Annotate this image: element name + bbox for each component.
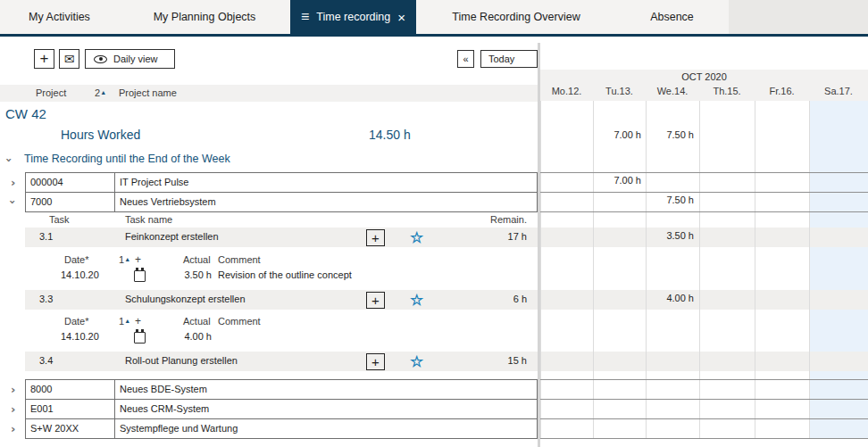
comment-column-header[interactable]: Comment [218,316,261,327]
add-booking-button[interactable]: + [366,229,385,246]
tab-label: Time Recording Overview [452,11,580,23]
section-collapse-chevron[interactable]: › [4,158,15,162]
tab-absence[interactable]: Absence [616,0,728,34]
task-3-3-we-value[interactable]: 4.00 h [647,293,694,303]
tab-my-activities[interactable]: My Activities [0,0,119,34]
tab-strip: My Activities My Planning Objects ≡ Time… [0,0,729,34]
grid-line [540,418,868,419]
entry-date[interactable]: 14.10.20 [61,269,99,280]
day-header-we[interactable]: We.14. [646,86,699,96]
actual-column-header[interactable]: Actual [183,254,211,265]
project-name: IT Project Pulse [115,173,537,192]
entry-sort-indicator[interactable]: 1▲ [119,316,130,327]
entry-comment[interactable]: Revision of the outline concept [218,269,352,280]
section-header[interactable]: Time Recording until the End of the Week [24,153,230,165]
close-icon[interactable]: × [397,11,405,24]
entry-actual[interactable]: 3.50 h [156,269,212,280]
sort-asc-icon: ▲ [124,256,130,262]
menu-icon[interactable]: ≡ [301,10,309,24]
comment-column-header[interactable]: Comment [218,254,261,265]
calendar-icon[interactable] [134,332,146,344]
day-header-th[interactable]: Th.15. [699,86,755,96]
expand-chevron[interactable]: › [11,423,15,435]
tab-my-planning-objects[interactable]: My Planning Objects [119,0,290,34]
project-row-7000[interactable]: 7000 Neues Vertriebsystem [25,192,538,212]
task-3-1-we-value[interactable]: 3.50 h [647,230,694,241]
project-row-e001[interactable]: E001 Neues CRM-System [25,399,538,419]
project-name-column-header[interactable]: Project name [119,87,177,98]
hours-worked-tu-value[interactable]: 7.00 h [595,129,641,140]
project-row-000004[interactable]: 000004 IT Project Pulse [25,172,538,193]
today-button[interactable]: Today [480,50,538,68]
favorite-star-icon[interactable]: ☆ [410,293,423,308]
tab-time-recording-overview[interactable]: Time Recording Overview [416,0,616,34]
entry-sort-indicator[interactable]: 1▲ [119,254,130,265]
grid-line [755,101,755,439]
grid-line [540,192,868,193]
month-label: OCT 2020 [540,71,868,82]
day-header-tu[interactable]: Tu.13. [593,86,646,96]
favorite-star-icon[interactable]: ☆ [410,230,423,245]
tabbar-accent-line [0,34,868,37]
hours-worked-total: 14.50 h [369,128,411,142]
project-name: Neues BDE-System [115,380,537,399]
date-column-header[interactable]: Date* [64,254,89,265]
tab-bar: My Activities My Planning Objects ≡ Time… [0,0,868,37]
favorite-star-icon[interactable]: ☆ [410,354,423,369]
grid-line [540,399,868,400]
day-header-fr[interactable]: Fr.16. [755,86,809,96]
remain-column-header[interactable]: Remain. [429,214,527,225]
tab-time-recording[interactable]: ≡ Time recording × [290,0,416,34]
project-row-sw20xx[interactable]: S+W 20XX Systempflege und Wartung [25,418,538,439]
add-button[interactable]: + [34,49,54,69]
pane-splitter[interactable] [538,43,540,447]
grid-line [540,211,868,212]
hours-worked-label: Hours Worked [61,128,140,142]
entry-date[interactable]: 14.10.20 [61,331,99,342]
previous-week-button[interactable]: « [457,50,474,68]
collapse-chevron[interactable]: › [7,200,19,204]
project-row-8000[interactable]: 8000 Neues BDE-System [25,379,538,400]
calendar-week-label: CW 42 [5,106,46,121]
project-code: 8000 [26,380,115,399]
tab-label: My Activities [29,11,90,23]
date-column-header[interactable]: Date* [64,316,89,327]
task-id: 3.1 [39,231,53,242]
task-name-column-header[interactable]: Task name [125,214,172,225]
expand-chevron[interactable]: › [11,384,15,395]
grid-line [540,172,868,173]
task-name: Feinkonzept erstellen [125,231,219,242]
hours-worked-we-value[interactable]: 7.50 h [647,129,694,140]
project-code: E001 [26,400,115,418]
sort-indicator[interactable]: 2▲ [95,87,106,98]
project-column-header[interactable]: Project [36,87,66,98]
entry-actual[interactable]: 4.00 h [156,331,212,342]
expand-chevron[interactable]: › [11,403,15,415]
project-000004-tu-value[interactable]: 7.00 h [595,175,641,186]
view-selector-label: Daily view [113,54,158,64]
tab-label: Time recording [316,11,390,23]
actual-column-header[interactable]: Actual [183,316,211,327]
grid-line [540,438,868,439]
mail-button[interactable]: ✉ [59,49,79,69]
task-column-header[interactable]: Task [49,214,70,225]
time-recording-app: My Activities My Planning Objects ≡ Time… [0,0,868,447]
add-booking-button[interactable]: + [366,353,385,370]
add-booking-button[interactable]: + [366,292,385,309]
tab-label: Absence [650,11,694,23]
grid-line [540,379,868,380]
expand-chevron[interactable]: › [11,177,15,188]
add-entry-button[interactable]: + [135,315,141,327]
day-header-sa[interactable]: Sa.17. [809,86,868,96]
task-name: Schulungskonzept erstellen [125,294,246,304]
view-selector[interactable]: Daily view [85,49,175,69]
calendar-icon[interactable] [134,270,146,282]
project-7000-we-value[interactable]: 7.50 h [647,195,694,205]
day-header-mo[interactable]: Mo.12. [540,86,593,96]
tab-label: My Planning Objects [154,11,256,23]
grid-line [699,101,700,439]
task-name: Roll-out Planung erstellen [125,355,238,366]
task-grid-row [540,228,868,247]
task-remaining: 15 h [429,355,527,366]
add-entry-button[interactable]: + [135,253,141,266]
